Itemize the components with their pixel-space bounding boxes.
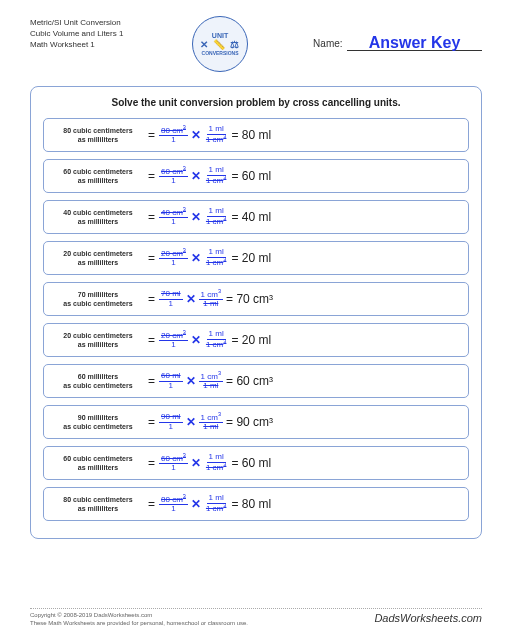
problem-prompt: 60 cubic centimetersas milliliters (52, 167, 144, 185)
name-label: Name: (313, 38, 342, 49)
header: Metric/SI Unit Conversion Cubic Volume a… (30, 18, 482, 72)
times-icon: ✕ (183, 374, 199, 388)
fraction-1: 40 cm31 (159, 207, 188, 226)
fraction-1: 60 cm31 (159, 166, 188, 185)
logo-icons: ✕ 📏 ⚖ (200, 39, 240, 50)
problem-prompt: 60 millilitersas cubic centimeters (52, 372, 144, 390)
result: = 40 ml (228, 210, 271, 224)
logo-text-top: UNIT (212, 32, 228, 39)
result: = 60 ml (228, 456, 271, 470)
equals-sign: = (144, 251, 159, 265)
problem-prompt: 20 cubic centimetersas milliliters (52, 331, 144, 349)
equals-sign: = (144, 333, 159, 347)
equals-sign: = (144, 169, 159, 183)
problem-row: 80 cubic centimetersas milliliters=80 cm… (43, 487, 469, 521)
result: = 60 cm³ (223, 374, 273, 388)
problem-prompt: 40 cubic centimetersas milliliters (52, 208, 144, 226)
problem-row: 70 millilitersas cubic centimeters=70 ml… (43, 282, 469, 316)
title-line-3: Math Worksheet 1 (30, 40, 160, 51)
fraction-1: 60 cm31 (159, 453, 188, 472)
equals-sign: = (144, 210, 159, 224)
result: = 20 ml (228, 251, 271, 265)
problem-row: 80 cubic centimetersas milliliters=80 cm… (43, 118, 469, 152)
worksheet-page: Metric/SI Unit Conversion Cubic Volume a… (0, 0, 512, 640)
equals-sign: = (144, 456, 159, 470)
unit-conversions-logo: UNIT ✕ 📏 ⚖ CONVERSIONS (192, 16, 248, 72)
equals-sign: = (144, 497, 159, 511)
name-area: Name: Answer Key (258, 18, 482, 51)
instruction: Solve the unit conversion problem by cro… (43, 97, 469, 108)
times-icon: ✕ (188, 169, 204, 183)
fraction-2: 1 ml1 cm3 (204, 330, 228, 349)
times-icon: ✕ (188, 210, 204, 224)
times-icon: ✕ (188, 128, 204, 142)
result: = 70 cm³ (223, 292, 273, 306)
fraction-2: 1 ml1 cm3 (204, 207, 228, 226)
times-icon: ✕ (183, 292, 199, 306)
copyright: Copyright © 2008-2019 DadsWorksheets.com… (30, 612, 248, 628)
fraction-2: 1 ml1 cm3 (204, 494, 228, 513)
problem-prompt: 80 cubic centimetersas milliliters (52, 495, 144, 513)
fraction-1: 90 ml1 (159, 413, 183, 431)
copyright-line-1: Copyright © 2008-2019 DadsWorksheets.com (30, 612, 248, 620)
times-icon: ✕ (183, 415, 199, 429)
problem-prompt: 60 cubic centimetersas milliliters (52, 454, 144, 472)
problem-row: 20 cubic centimetersas milliliters=20 cm… (43, 323, 469, 357)
times-icon: ✕ (188, 497, 204, 511)
fraction-2: 1 ml1 cm3 (204, 453, 228, 472)
fraction-1: 60 ml1 (159, 372, 183, 390)
footer: Copyright © 2008-2019 DadsWorksheets.com… (30, 608, 482, 628)
result: = 80 ml (228, 128, 271, 142)
equals-sign: = (144, 128, 159, 142)
times-icon: ✕ (188, 333, 204, 347)
problem-prompt: 80 cubic centimetersas milliliters (52, 126, 144, 144)
fraction-1: 70 ml1 (159, 290, 183, 308)
equals-sign: = (144, 374, 159, 388)
result: = 60 ml (228, 169, 271, 183)
problem-row: 40 cubic centimetersas milliliters=40 cm… (43, 200, 469, 234)
fraction-2: 1 cm31 ml (199, 289, 223, 308)
name-field[interactable]: Answer Key (347, 32, 482, 51)
problem-prompt: 70 millilitersas cubic centimeters (52, 290, 144, 308)
times-icon: ✕ (188, 456, 204, 470)
problem-row: 20 cubic centimetersas milliliters=20 cm… (43, 241, 469, 275)
title-line-1: Metric/SI Unit Conversion (30, 18, 160, 29)
result: = 90 cm³ (223, 415, 273, 429)
equals-sign: = (144, 292, 159, 306)
fraction-1: 20 cm31 (159, 248, 188, 267)
title-line-2: Cubic Volume and Liters 1 (30, 29, 160, 40)
problem-prompt: 20 cubic centimetersas milliliters (52, 249, 144, 267)
title-block: Metric/SI Unit Conversion Cubic Volume a… (30, 18, 160, 50)
answer-key-text: Answer Key (369, 34, 461, 51)
result: = 20 ml (228, 333, 271, 347)
equals-sign: = (144, 415, 159, 429)
fraction-1: 80 cm31 (159, 125, 188, 144)
problem-row: 60 cubic centimetersas milliliters=60 cm… (43, 159, 469, 193)
fraction-1: 80 cm31 (159, 494, 188, 513)
logo-text-bottom: CONVERSIONS (202, 50, 239, 56)
brand: DadsWorksheets.com (374, 612, 482, 624)
fraction-2: 1 ml1 cm3 (204, 125, 228, 144)
copyright-line-2: These Math Worksheets are provided for p… (30, 620, 248, 628)
problem-prompt: 90 millilitersas cubic centimeters (52, 413, 144, 431)
problems-container: Solve the unit conversion problem by cro… (30, 86, 482, 539)
result: = 80 ml (228, 497, 271, 511)
fraction-1: 20 cm31 (159, 330, 188, 349)
problem-row: 60 millilitersas cubic centimeters=60 ml… (43, 364, 469, 398)
problem-row: 90 millilitersas cubic centimeters=90 ml… (43, 405, 469, 439)
fraction-2: 1 ml1 cm3 (204, 248, 228, 267)
fraction-2: 1 ml1 cm3 (204, 166, 228, 185)
times-icon: ✕ (188, 251, 204, 265)
fraction-2: 1 cm31 ml (199, 371, 223, 390)
fraction-2: 1 cm31 ml (199, 412, 223, 431)
problem-row: 60 cubic centimetersas milliliters=60 cm… (43, 446, 469, 480)
